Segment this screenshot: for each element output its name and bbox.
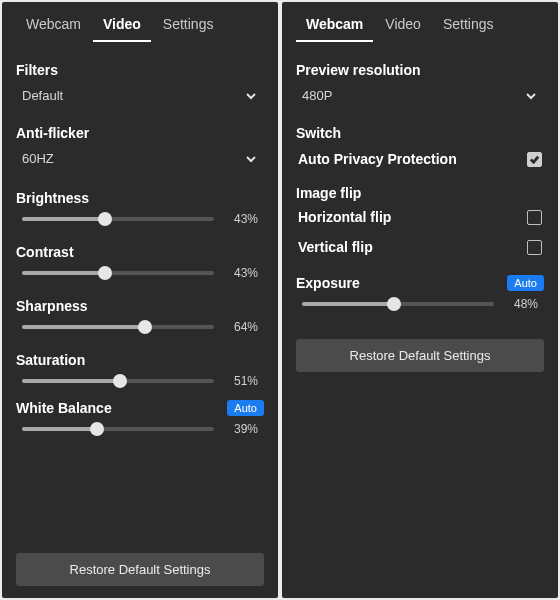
saturation-slider[interactable] [22, 379, 214, 383]
sharpness-row: Sharpness 64% [16, 292, 264, 334]
chevron-down-icon [244, 89, 258, 103]
brightness-slider[interactable] [22, 217, 214, 221]
antiflicker-label: Anti-flicker [16, 125, 264, 141]
whitebalance-auto-button[interactable]: Auto [227, 400, 264, 416]
contrast-thumb[interactable] [98, 266, 112, 280]
brightness-thumb[interactable] [98, 212, 112, 226]
whitebalance-slider[interactable] [22, 427, 214, 431]
chevron-down-icon [244, 152, 258, 166]
exposure-label: Exposure [296, 275, 360, 291]
saturation-label: Saturation [16, 352, 264, 368]
exposure-pct: 48% [504, 297, 538, 311]
vertical-flip-label: Vertical flip [298, 239, 373, 255]
preview-resolution-value: 480P [302, 88, 332, 103]
brightness-label: Brightness [16, 190, 264, 206]
sharpness-pct: 64% [224, 320, 258, 334]
sharpness-slider[interactable] [22, 325, 214, 329]
exposure-row: Exposure Auto 48% [296, 275, 544, 311]
auto-privacy-label: Auto Privacy Protection [298, 151, 457, 167]
contrast-pct: 43% [224, 266, 258, 280]
exposure-auto-button[interactable]: Auto [507, 275, 544, 291]
auto-privacy-row: Auto Privacy Protection [296, 147, 544, 171]
exposure-slider[interactable] [302, 302, 494, 306]
switch-label: Switch [296, 125, 544, 141]
whitebalance-pct: 39% [224, 422, 258, 436]
sharpness-thumb[interactable] [138, 320, 152, 334]
contrast-slider[interactable] [22, 271, 214, 275]
restore-defaults-button[interactable]: Restore Default Settings [16, 553, 264, 586]
tabs-left: Webcam Video Settings [16, 10, 264, 42]
antiflicker-value: 60HZ [22, 151, 54, 166]
antiflicker-dropdown[interactable]: 60HZ [16, 147, 264, 176]
contrast-row: Contrast 43% [16, 238, 264, 280]
tab-settings[interactable]: Settings [153, 10, 224, 42]
tab-webcam[interactable]: Webcam [296, 10, 373, 42]
vertical-flip-checkbox[interactable] [527, 240, 542, 255]
tab-video[interactable]: Video [93, 10, 151, 42]
auto-privacy-checkbox[interactable] [527, 152, 542, 167]
whitebalance-label: White Balance [16, 400, 112, 416]
horizontal-flip-row: Horizontal flip [296, 205, 544, 229]
filters-value: Default [22, 88, 63, 103]
tab-webcam[interactable]: Webcam [16, 10, 91, 42]
restore-defaults-button[interactable]: Restore Default Settings [296, 339, 544, 372]
tab-video[interactable]: Video [375, 10, 431, 42]
chevron-down-icon [524, 89, 538, 103]
filters-label: Filters [16, 62, 264, 78]
tab-settings[interactable]: Settings [433, 10, 504, 42]
brightness-row: Brightness 43% [16, 184, 264, 226]
brightness-pct: 43% [224, 212, 258, 226]
saturation-thumb[interactable] [113, 374, 127, 388]
filters-dropdown[interactable]: Default [16, 84, 264, 113]
horizontal-flip-label: Horizontal flip [298, 209, 391, 225]
tabs-right: Webcam Video Settings [296, 10, 544, 42]
horizontal-flip-checkbox[interactable] [527, 210, 542, 225]
whitebalance-row: White Balance Auto 39% [16, 400, 264, 436]
exposure-thumb[interactable] [387, 297, 401, 311]
image-flip-label: Image flip [296, 185, 544, 201]
saturation-row: Saturation 51% [16, 346, 264, 388]
preview-resolution-label: Preview resolution [296, 62, 544, 78]
video-settings-panel: Webcam Video Settings Filters Default An… [2, 2, 278, 598]
vertical-flip-row: Vertical flip [296, 235, 544, 259]
preview-resolution-dropdown[interactable]: 480P [296, 84, 544, 113]
sharpness-label: Sharpness [16, 298, 264, 314]
webcam-settings-panel: Webcam Video Settings Preview resolution… [282, 2, 558, 598]
whitebalance-thumb[interactable] [90, 422, 104, 436]
contrast-label: Contrast [16, 244, 264, 260]
saturation-pct: 51% [224, 374, 258, 388]
